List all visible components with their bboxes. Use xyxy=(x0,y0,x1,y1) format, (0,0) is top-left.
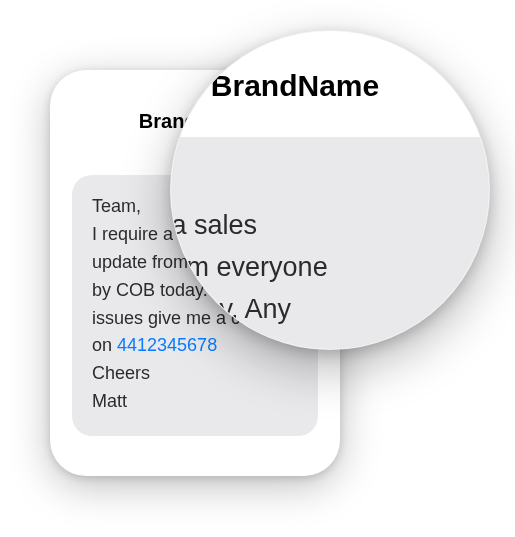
magnifier-line: I require a sales xyxy=(170,205,490,247)
message-signature: Matt xyxy=(92,388,298,416)
magnifier-lens: BrandName Team, I require a sales update… xyxy=(170,30,490,350)
magnifier-content: BrandName Team, I require a sales update… xyxy=(170,30,490,350)
magnifier-line: update from everyone xyxy=(170,247,490,289)
message-text: on xyxy=(92,335,117,355)
magnifier-greeting: Team, xyxy=(170,163,490,205)
magnifier-sender-name: BrandName xyxy=(170,69,490,103)
magnifier-header: BrandName xyxy=(170,30,490,137)
phone-number-link[interactable]: 4412345678 xyxy=(117,335,217,355)
message-closing: Cheers xyxy=(92,360,298,388)
